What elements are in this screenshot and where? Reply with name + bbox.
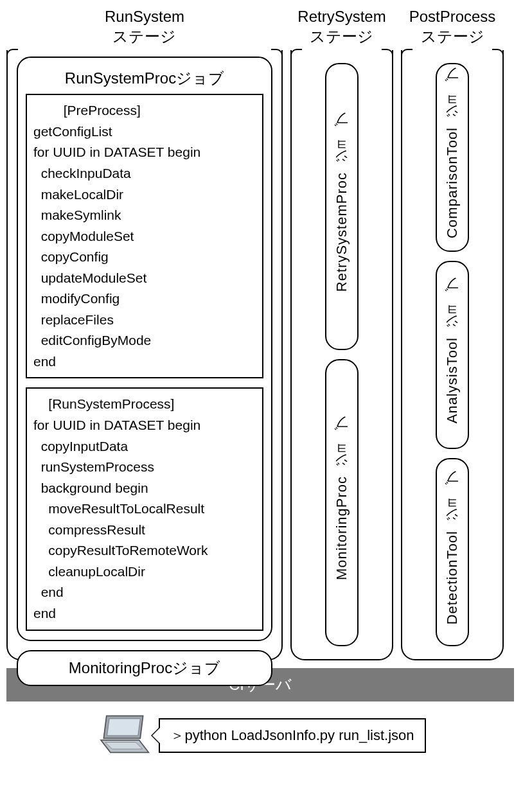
stage-title-line2: ステージ	[421, 28, 484, 45]
command-speech-bubble: ＞python LoadJsonInfo.py run_list.json	[159, 718, 425, 753]
job-analysistool: AnalysisToolジョブ	[436, 261, 469, 449]
job-detectiontool: DetectionToolジョブ	[436, 458, 469, 646]
code-preprocess: [PreProcess] getConfigList for UUID in D…	[26, 94, 263, 378]
job-monitoringproc-retry: MonitoringProcジョブ	[325, 359, 359, 646]
stage-title-line2: ステージ	[310, 28, 373, 45]
code-runsystemprocess: [RunSystemProcess] for UUID in DATASET b…	[26, 387, 263, 630]
stage-postprocess: PostProcess ステージ ComparisonToolジョブ Analy…	[401, 6, 504, 660]
stage-runsystem: RunSystem ステージ RunSystemProcジョブ [PreProc…	[6, 6, 283, 660]
job-label: MonitoringProcジョブ	[332, 425, 351, 580]
stage-retrysystem: RetrySystem ステージ RetrySystemProcジョブ Moni…	[290, 6, 393, 660]
job-label: MonitoringProcジョブ	[23, 658, 266, 678]
stage-title-runsystem: RunSystem ステージ	[105, 6, 184, 46]
job-comparisontool: ComparisonToolジョブ	[436, 63, 469, 251]
command-text: ＞python LoadJsonInfo.py run_list.json	[170, 727, 414, 743]
stages-row: RunSystem ステージ RunSystemProcジョブ [PreProc…	[6, 6, 526, 660]
stage-title-line1: PostProcess	[409, 8, 496, 25]
bottom-row: ＞python LoadJsonInfo.py run_list.json	[6, 713, 514, 758]
job-title-runsystemproc: RunSystemProcジョブ	[26, 64, 263, 94]
job-label: AnalysisToolジョブ	[443, 287, 462, 423]
stage-title-line2: ステージ	[112, 28, 176, 45]
stage-bracket-runsystem: RunSystemProcジョブ [PreProcess] getConfigL…	[6, 50, 283, 660]
stage-bracket-retrysystem: RetrySystemProcジョブ MonitoringProcジョブ	[290, 50, 393, 660]
stage-title-postprocess: PostProcess ステージ	[409, 6, 496, 46]
job-label: RetrySystemProcジョブ	[332, 121, 351, 292]
svg-marker-3	[105, 743, 143, 750]
job-label: ComparisonToolジョブ	[443, 76, 462, 238]
job-retrysystemproc: RetrySystemProcジョブ	[325, 63, 359, 350]
svg-marker-1	[107, 719, 141, 736]
job-label: DetectionToolジョブ	[443, 480, 462, 624]
stage-title-line1: RunSystem	[105, 8, 184, 25]
stage-title-retrysystem: RetrySystem ステージ	[297, 6, 386, 46]
job-monitoringproc-run: MonitoringProcジョブ	[17, 650, 272, 686]
stage-bracket-postprocess: ComparisonToolジョブ AnalysisToolジョブ Detect…	[401, 50, 504, 660]
job-runsystemproc: RunSystemProcジョブ [PreProcess] getConfigL…	[17, 57, 272, 640]
stage-title-line1: RetrySystem	[297, 8, 386, 25]
